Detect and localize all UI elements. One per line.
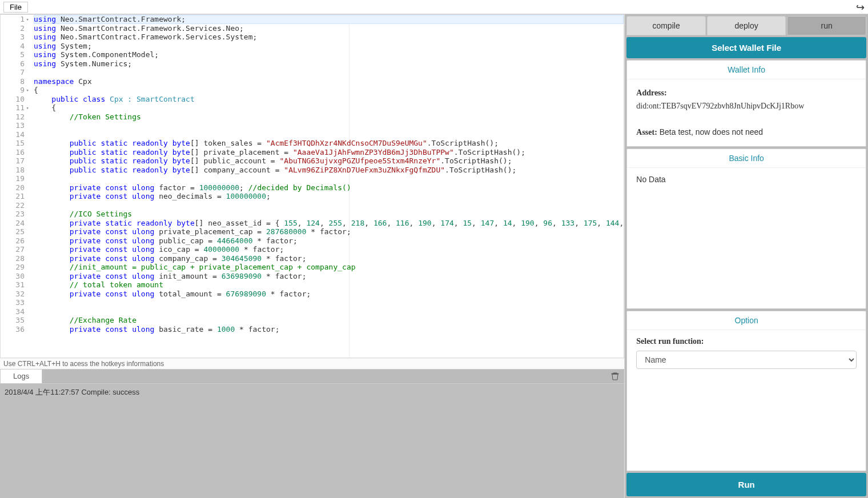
editor-code[interactable]: using Neo.SmartContract.Framework;using … [29, 15, 624, 358]
left-pane: 1234567891011121314151617181920212223242… [0, 14, 625, 498]
option-panel: Option Select run function: Name [626, 311, 866, 471]
select-wallet-button[interactable]: Select Wallet File [626, 37, 866, 58]
wallet-info-panel: Wallet Info Address: did:ont:TEB7sqvEV79… [626, 60, 866, 147]
logs-tab[interactable]: Logs [0, 370, 42, 383]
tab-deploy[interactable]: deploy [707, 16, 786, 35]
tab-compile[interactable]: compile [626, 16, 706, 35]
basic-info-panel: Basic Info No Data [626, 148, 866, 309]
asset-value: Beta test, now does not need [660, 127, 763, 136]
address-label: Address: [636, 89, 666, 97]
hint-bar: Use CTRL+ALT+H to acess the hotkeys info… [0, 358, 624, 369]
main-area: 1234567891011121314151617181920212223242… [0, 14, 868, 498]
function-select[interactable]: Name [636, 351, 857, 369]
tab-run[interactable]: run [787, 16, 866, 35]
right-pane: compiledeployrun Select Wallet File Wall… [625, 14, 868, 498]
address-value: did:ont:TEB7sqvEV792zbvh8JnUhipvDcKJj1Rb… [636, 102, 804, 110]
asset-label: Asset: [636, 128, 657, 136]
select-function-label: Select run function: [636, 337, 857, 346]
console: 2018/4/4 上午11:27:57 Compile: success [0, 384, 624, 498]
basic-info-header: Basic Info [627, 149, 866, 168]
logs-tabbar: Logs [0, 369, 624, 384]
run-button[interactable]: Run [626, 473, 866, 496]
share-icon[interactable]: ↪ [856, 1, 865, 14]
top-bar: File ↪ [0, 0, 868, 14]
basic-info-body: No Data [627, 168, 866, 191]
trash-icon[interactable] [610, 370, 624, 383]
option-header: Option [627, 311, 866, 330]
wallet-info-header: Wallet Info [627, 61, 866, 79]
editor-gutter: 1234567891011121314151617181920212223242… [1, 15, 29, 358]
file-button[interactable]: File [3, 2, 28, 13]
code-editor[interactable]: 1234567891011121314151617181920212223242… [0, 14, 624, 358]
right-tabs: compiledeployrun [626, 16, 866, 35]
console-entry: 2018/4/4 上午11:27:57 Compile: success [5, 387, 620, 397]
